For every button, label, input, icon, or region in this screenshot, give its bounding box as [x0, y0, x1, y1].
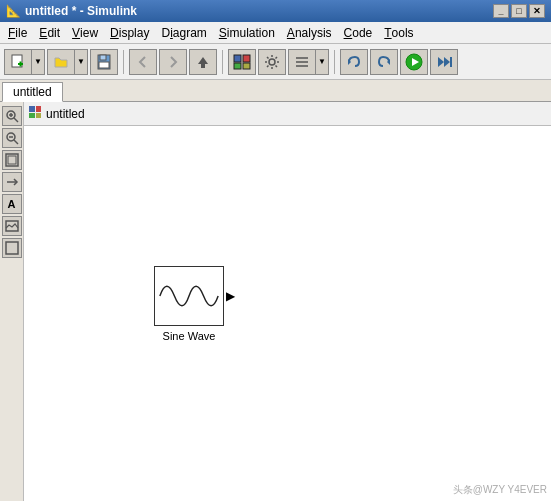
new-group: ▼ [4, 49, 45, 75]
title-bar-text: untitled * - Simulink [25, 4, 137, 18]
svg-rect-9 [234, 63, 241, 69]
sidebar-nav[interactable] [2, 172, 22, 192]
menu-analysis[interactable]: Analysis [281, 22, 338, 43]
menu-simulation[interactable]: Simulation [213, 22, 281, 43]
tab-untitled[interactable]: untitled [2, 82, 63, 102]
sep2 [222, 50, 223, 74]
save-button[interactable] [90, 49, 118, 75]
svg-line-22 [14, 140, 18, 144]
new-dropdown-arrow[interactable]: ▼ [31, 49, 45, 75]
main-area: A untitled [0, 102, 551, 501]
svg-rect-32 [36, 113, 41, 118]
svg-rect-8 [243, 55, 250, 62]
menu-display[interactable]: Display [104, 22, 155, 43]
sidebar-zoom-out[interactable] [2, 128, 22, 148]
svg-rect-29 [29, 106, 35, 112]
svg-rect-4 [100, 55, 106, 60]
svg-rect-31 [29, 113, 35, 118]
svg-rect-25 [8, 156, 16, 164]
sine-wave-box[interactable]: ▶ [154, 266, 224, 326]
close-button[interactable]: ✕ [529, 4, 545, 18]
sidebar-fit[interactable] [2, 150, 22, 170]
watermark: 头条@WZY Y4EVER [453, 483, 547, 497]
library-button[interactable] [228, 49, 256, 75]
maximize-button[interactable]: □ [511, 4, 527, 18]
svg-rect-30 [36, 106, 41, 112]
svg-line-18 [14, 118, 18, 122]
menu-edit[interactable]: Edit [33, 22, 66, 43]
output-arrow: ▶ [226, 289, 235, 303]
svg-rect-5 [99, 62, 109, 68]
simulink-model-icon [28, 105, 42, 122]
undo-button[interactable] [340, 49, 368, 75]
sidebar-zoom-in[interactable] [2, 106, 22, 126]
address-bar: untitled [24, 102, 551, 126]
step-button[interactable] [430, 49, 458, 75]
sidebar-block[interactable] [2, 238, 22, 258]
open-dropdown-arrow[interactable]: ▼ [74, 49, 88, 75]
open-group: ▼ [47, 49, 88, 75]
list-button[interactable] [288, 49, 316, 75]
sidebar-text[interactable]: A [2, 194, 22, 214]
minimize-button[interactable]: _ [493, 4, 509, 18]
toolbar: ▼ ▼ [0, 44, 551, 80]
sine-wave-label: Sine Wave [163, 330, 216, 342]
title-bar: 📐 untitled * - Simulink _ □ ✕ [0, 0, 551, 22]
svg-rect-7 [234, 55, 241, 62]
up-button[interactable] [189, 49, 217, 75]
new-button[interactable] [4, 49, 32, 75]
menu-view[interactable]: View [66, 22, 104, 43]
menu-bar: File Edit View Display Diagram Simulatio… [0, 22, 551, 44]
menu-code[interactable]: Code [338, 22, 379, 43]
list-dropdown-arrow[interactable]: ▼ [315, 49, 329, 75]
run-button[interactable] [400, 49, 428, 75]
menu-diagram[interactable]: Diagram [155, 22, 212, 43]
svg-rect-10 [243, 63, 250, 69]
title-bar-controls: _ □ ✕ [493, 4, 545, 18]
sep1 [123, 50, 124, 74]
menu-file[interactable]: File [2, 22, 33, 43]
open-button[interactable] [47, 49, 75, 75]
sep3 [334, 50, 335, 74]
address-path: untitled [46, 107, 85, 121]
simulink-icon: 📐 [6, 4, 21, 18]
redo-button[interactable] [370, 49, 398, 75]
sidebar: A [0, 102, 24, 501]
svg-rect-28 [6, 242, 18, 254]
sidebar-image[interactable] [2, 216, 22, 236]
back-button[interactable] [129, 49, 157, 75]
svg-rect-6 [201, 64, 205, 68]
tab-bar: untitled [0, 80, 551, 102]
svg-point-11 [269, 59, 275, 65]
forward-button[interactable] [159, 49, 187, 75]
sine-wave-block[interactable]: ▶ Sine Wave [154, 266, 224, 342]
settings-button[interactable] [258, 49, 286, 75]
canvas-area[interactable]: ▶ Sine Wave 头条@WZY Y4EVER [24, 126, 551, 501]
list-group: ▼ [288, 49, 329, 75]
menu-tools[interactable]: Tools [378, 22, 419, 43]
sine-wave-svg [155, 266, 223, 326]
